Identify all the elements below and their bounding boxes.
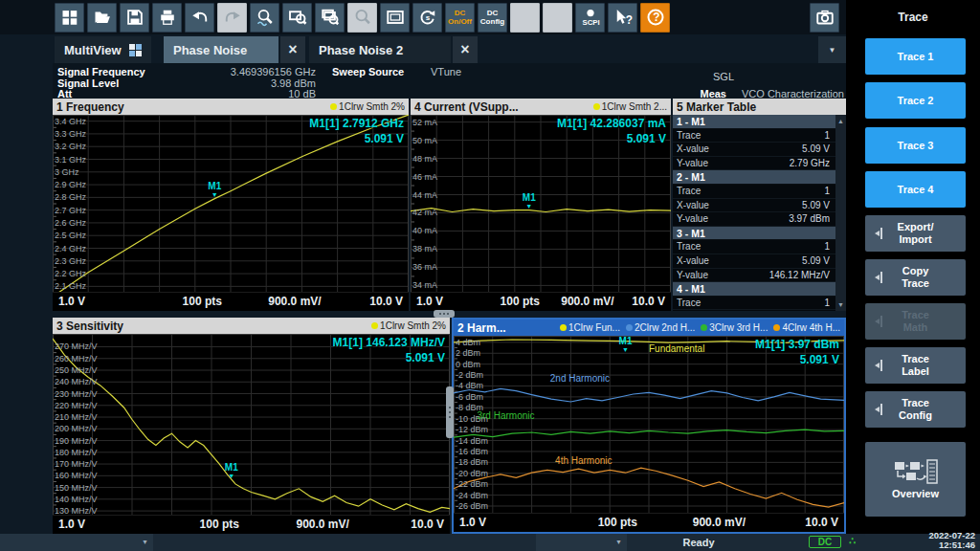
y-tick-label: -6 dBm <box>456 392 483 402</box>
display-frame-icon <box>386 8 405 27</box>
panel-frequency-header[interactable]: 1 Frequency1Clrw Smth 2% <box>53 99 409 115</box>
marker-row-value: 2.79 GHz <box>751 157 835 170</box>
panel-marker-table-header[interactable]: 5 Marker Table <box>673 99 846 115</box>
current-panel-title: 4 Current (VSupp... <box>414 100 519 114</box>
panel-current-header[interactable]: 4 Current (VSupp...1Clrw Smth 2... <box>411 99 671 115</box>
marker-readout: M1[1] 42.286037 mA5.091 V <box>557 116 666 146</box>
trace-label-button[interactable]: TraceLabel <box>865 347 966 384</box>
current-legend: 1Clrw Smth 2... <box>593 101 667 112</box>
marker-section-header: 2 - M1 <box>673 170 835 185</box>
zoom-area-button[interactable] <box>282 3 312 33</box>
tab-phase-noise-2[interactable]: Phase Noise 2 × <box>309 36 478 63</box>
sidebar-title: Trace <box>846 0 980 34</box>
x-axis-label: 1.0 V <box>58 518 85 531</box>
submenu-arrow-icon <box>872 316 882 327</box>
trace-1-button[interactable]: Trace 1 <box>865 38 966 75</box>
signal-frequency-label: Signal Frequency <box>57 66 145 77</box>
disabled-1-button <box>510 3 540 33</box>
svg-text:?: ? <box>625 13 632 27</box>
panel-harmonics-plot[interactable]: 4 dBm2 dBm0 dBm-2 dBm-4 dBm-6 dBm-8 dBm-… <box>454 336 844 514</box>
screenshot-icon <box>815 8 835 27</box>
marker-triangle-icon: ▼ <box>619 346 633 354</box>
sidebar-trace-menu: Trace Trace 1Trace 2Trace 3Trace 4Export… <box>846 0 980 534</box>
marker-row-value: 5.09 V <box>751 254 835 268</box>
marker-m1[interactable]: M1▼ <box>523 193 536 210</box>
close-icon[interactable]: × <box>453 36 478 63</box>
tab-multiview-label: MultiView <box>64 43 122 57</box>
tab-multiview[interactable]: MultiView <box>55 36 151 63</box>
y-tick-label: 2.1 GHz <box>55 281 87 291</box>
y-tick-label: 260 MHz/V <box>55 354 98 364</box>
legend-item: 1Clrw Smth 2% <box>371 320 446 331</box>
y-tick-label: 250 MHz/V <box>55 365 98 375</box>
dc-on-off-button[interactable]: DCOn/Off <box>445 3 475 33</box>
marker-table-row: Trace1 <box>673 297 835 311</box>
x-axis-label: 900.0 mV/ <box>297 518 349 531</box>
x-axis-label: 10.0 V <box>411 518 444 531</box>
panel-frequency: 1 Frequency1Clrw Smth 2% 3.4 GHz3.3 GHz3… <box>53 99 409 311</box>
scroll-up-icon[interactable]: ▲ <box>837 118 844 124</box>
panel-harmonics-header[interactable]: 2 Harm...1Clrw Fun...2Clrw 2nd H...3Clrw… <box>454 320 844 336</box>
window-select-dropdown-2[interactable]: ▼ <box>536 534 627 551</box>
dc-config-label: DCConfig <box>480 9 504 26</box>
x-axis-label: 1.0 V <box>459 516 486 529</box>
windows-button[interactable] <box>55 3 84 33</box>
marker-m1[interactable]: M1▼ <box>619 337 633 354</box>
legend-label: 1Clrw Fun... <box>568 322 620 333</box>
x-axis-label: 10.0 V <box>632 295 665 308</box>
display-frame-button[interactable] <box>380 3 410 33</box>
export-import-button[interactable]: Export/Import <box>865 215 966 252</box>
marker-m1[interactable]: M1▼ <box>225 463 238 480</box>
y-tick-label: 200 MHz/V <box>55 424 98 433</box>
marker-m1[interactable]: M1▼ <box>208 182 221 199</box>
y-tick-label: 2.5 GHz <box>55 231 87 240</box>
marker-table-row: X-value5.09 V <box>673 199 835 213</box>
redo-icon <box>223 8 242 27</box>
print-button[interactable] <box>152 3 182 33</box>
zoom-1-1-icon <box>353 8 372 27</box>
sync-icon: s <box>418 8 437 27</box>
window-select-dropdown-1[interactable]: ▼ <box>0 534 153 551</box>
x-axis-label: 900.0 mV/ <box>693 516 746 529</box>
undo-button[interactable] <box>185 3 214 33</box>
panel-current-x-axis: 1.0 V100 pts900.0 mV/10.0 V <box>411 292 671 311</box>
scroll-down-icon[interactable]: ▼ <box>837 301 844 308</box>
open-file-button[interactable] <box>87 3 117 33</box>
zoom-multi-button[interactable] <box>315 3 345 33</box>
copy-trace-button[interactable]: CopyTrace <box>865 259 966 296</box>
marker-table-scrollbar[interactable]: ▲ ▼ <box>835 115 846 311</box>
scpi-button[interactable]: SCPI <box>575 3 605 33</box>
row-splitter-handle[interactable] <box>434 310 455 318</box>
legend-item: 2Clrw 2nd H... <box>626 322 695 333</box>
context-help-button[interactable]: ? <box>608 3 637 33</box>
panel-current-plot[interactable]: 52 mA50 mA48 mA46 mA44 mA42 mA40 mA38 mA… <box>411 115 671 293</box>
sync-button[interactable]: s <box>412 3 442 33</box>
help-button[interactable]: ? <box>640 3 670 33</box>
tab-phase-noise[interactable]: Phase Noise × <box>164 36 305 63</box>
trace-2-button[interactable]: Trace 2 <box>865 82 966 119</box>
panel-sensitivity-plot[interactable]: 270 MHz/V260 MHz/V250 MHz/V240 MHz/V230 … <box>53 334 450 516</box>
submenu-arrow-icon <box>872 404 882 415</box>
y-tick-label: 270 MHz/V <box>55 342 98 351</box>
trace-config-button[interactable]: TraceConfig <box>865 391 966 428</box>
tab-overflow-dropdown[interactable]: ▼ <box>818 36 846 63</box>
x-axis-label: 900.0 mV/ <box>561 295 613 308</box>
y-tick-label: 180 MHz/V <box>55 448 98 457</box>
trace-4-button[interactable]: Trace 4 <box>865 171 966 208</box>
panel-frequency-plot[interactable]: 3.4 GHz3.3 GHz3.2 GHz3.1 GHz3 GHz2.9 GHz… <box>53 115 409 293</box>
save-button[interactable] <box>120 3 149 33</box>
legend-item: 1Clrw Smth 2% <box>330 101 405 112</box>
trace-3-button[interactable]: Trace 3 <box>865 127 966 164</box>
scpi-icon: SCPI <box>581 8 600 27</box>
column-splitter-handle[interactable] <box>446 386 454 438</box>
x-axis-label: 900.0 mV/ <box>268 295 321 308</box>
panel-sensitivity-header[interactable]: 3 Sensitivity1Clrw Smth 2% <box>53 318 450 334</box>
screenshot-button[interactable] <box>810 3 839 33</box>
y-tick-label: 0 dBm <box>456 360 480 369</box>
undo-icon <box>190 8 210 27</box>
zoom-trace-button[interactable] <box>250 3 279 33</box>
overview-button[interactable]: Overview <box>865 442 966 517</box>
marker-row-label: Y-value <box>673 269 751 282</box>
dc-config-button[interactable]: DCConfig <box>478 3 507 33</box>
close-icon[interactable]: × <box>280 36 305 63</box>
